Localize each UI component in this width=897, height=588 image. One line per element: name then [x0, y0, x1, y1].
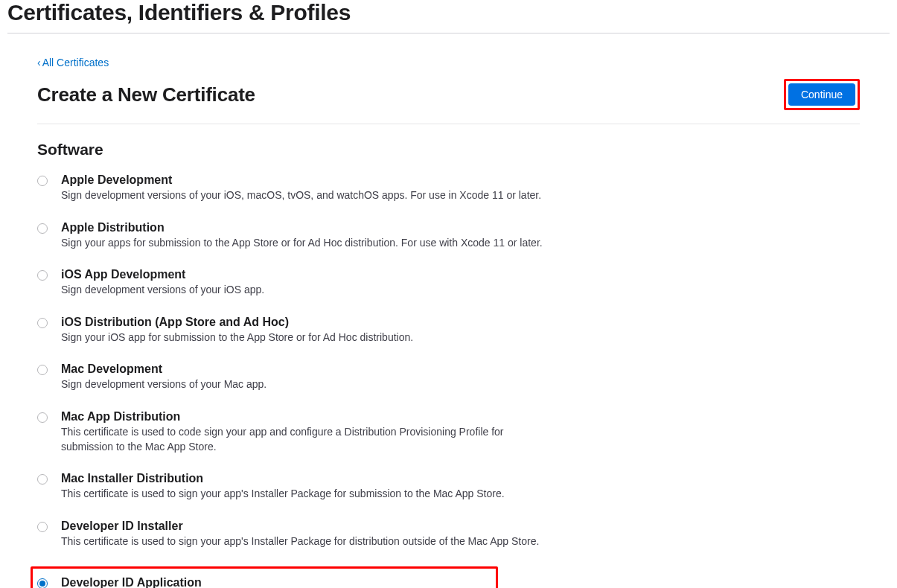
certificate-option[interactable]: Mac Installer DistributionThis certifica… [37, 472, 558, 502]
option-description: Sign development versions of your iOS ap… [61, 283, 558, 298]
option-text: iOS Distribution (App Store and Ad Hoc)S… [61, 316, 558, 345]
certificate-radio[interactable] [37, 270, 48, 281]
option-text: Developer ID InstallerThis certificate i… [61, 520, 558, 549]
option-description: Sign development versions of your iOS, m… [61, 188, 558, 203]
option-text: Developer ID ApplicationThis certificate… [61, 576, 491, 588]
option-title: Developer ID Application [61, 576, 491, 588]
continue-button[interactable]: Continue [788, 83, 855, 106]
certificate-option[interactable]: iOS Distribution (App Store and Ad Hoc)S… [37, 316, 558, 345]
option-text: Mac DevelopmentSign development versions… [61, 362, 558, 392]
option-title: Mac App Distribution [61, 410, 558, 424]
certificate-option[interactable]: iOS App DevelopmentSign development vers… [37, 268, 558, 298]
certificate-option[interactable]: Apple DistributionSign your apps for sub… [37, 221, 558, 251]
back-link-label: All Certificates [42, 57, 109, 68]
option-title: iOS Distribution (App Store and Ad Hoc) [61, 316, 558, 329]
continue-highlight-box: Continue [784, 79, 860, 110]
option-title: Apple Distribution [61, 221, 558, 234]
chevron-left-icon: ‹ [37, 57, 41, 68]
option-title: Developer ID Installer [61, 520, 558, 533]
certificate-radio[interactable] [37, 412, 48, 423]
certificate-radio[interactable] [37, 223, 48, 234]
option-title: Mac Installer Distribution [61, 472, 558, 485]
certificate-option[interactable]: Developer ID ApplicationThis certificate… [31, 566, 498, 588]
content-area: ‹ All Certificates Create a New Certific… [7, 56, 890, 588]
certificate-option[interactable]: Developer ID InstallerThis certificate i… [37, 520, 558, 549]
option-text: Apple DevelopmentSign development versio… [61, 173, 558, 203]
option-title: Mac Development [61, 362, 558, 376]
certificate-radio[interactable] [37, 318, 48, 328]
certificate-option[interactable]: Mac App DistributionThis certificate is … [37, 410, 558, 454]
certificate-radio[interactable] [37, 522, 48, 532]
title-row: Create a New Certificate Continue [37, 79, 860, 124]
option-description: This certificate is used to code sign yo… [61, 425, 558, 454]
option-text: Apple DistributionSign your apps for sub… [61, 221, 558, 251]
certificate-radio[interactable] [37, 474, 48, 485]
option-text: Mac App DistributionThis certificate is … [61, 410, 558, 454]
option-description: This certificate is used to sign your ap… [61, 534, 558, 549]
option-title: Apple Development [61, 173, 558, 187]
option-description: This certificate is used to sign your ap… [61, 487, 558, 502]
page-title: Certificates, Identifiers & Profiles [7, 0, 890, 25]
option-description: Sign development versions of your Mac ap… [61, 377, 558, 392]
option-title: iOS App Development [61, 268, 558, 281]
option-text: iOS App DevelopmentSign development vers… [61, 268, 558, 298]
create-title: Create a New Certificate [37, 83, 255, 106]
option-description: Sign your apps for submission to the App… [61, 236, 558, 251]
certificate-radio[interactable] [37, 365, 48, 375]
option-description: Sign your iOS app for submission to the … [61, 330, 558, 345]
certificate-option[interactable]: Mac DevelopmentSign development versions… [37, 362, 558, 392]
certificate-radio[interactable] [37, 176, 48, 186]
section-title-software: Software [37, 141, 860, 159]
certificate-option-list: Apple DevelopmentSign development versio… [37, 173, 558, 588]
certificate-radio[interactable] [37, 578, 48, 588]
option-text: Mac Installer DistributionThis certifica… [61, 472, 558, 502]
page-header: Certificates, Identifiers & Profiles [7, 0, 890, 33]
back-link-all-certificates[interactable]: ‹ All Certificates [37, 57, 109, 68]
certificate-option[interactable]: Apple DevelopmentSign development versio… [37, 173, 558, 203]
